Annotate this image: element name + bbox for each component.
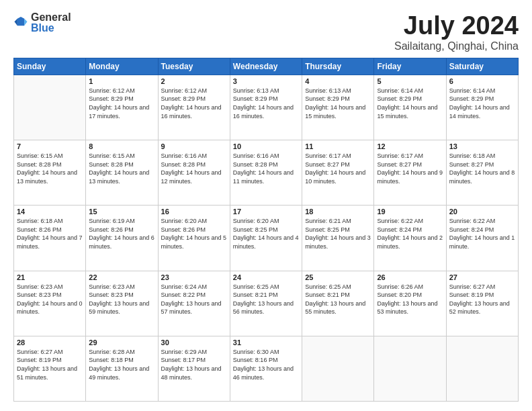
day-info: Sunrise: 6:16 AMSunset: 8:28 PMDaylight:… bbox=[161, 152, 227, 185]
logo-text: General Blue bbox=[31, 12, 71, 34]
day-info: Sunrise: 6:28 AMSunset: 8:18 PMDaylight:… bbox=[89, 348, 154, 381]
logo: General Blue bbox=[13, 12, 71, 34]
table-row: 7Sunrise: 6:15 AMSunset: 8:28 PMDaylight… bbox=[14, 140, 86, 205]
table-row: 4Sunrise: 6:13 AMSunset: 8:29 PMDaylight… bbox=[302, 75, 374, 140]
calendar: Sunday Monday Tuesday Wednesday Thursday… bbox=[13, 58, 519, 402]
day-info: Sunrise: 6:13 AMSunset: 8:29 PMDaylight:… bbox=[233, 87, 299, 120]
col-wednesday: Wednesday bbox=[230, 58, 302, 75]
day-number: 26 bbox=[377, 273, 443, 281]
day-info: Sunrise: 6:22 AMSunset: 8:24 PMDaylight:… bbox=[377, 217, 443, 250]
calendar-week-1: 1Sunrise: 6:12 AMSunset: 8:29 PMDaylight… bbox=[14, 75, 519, 140]
table-row: 3Sunrise: 6:13 AMSunset: 8:29 PMDaylight… bbox=[230, 75, 302, 140]
table-row: 26Sunrise: 6:26 AMSunset: 8:20 PMDayligh… bbox=[374, 271, 446, 336]
header: General Blue July 2024 Sailaitang, Qingh… bbox=[13, 12, 519, 52]
day-number: 10 bbox=[233, 142, 299, 150]
day-info: Sunrise: 6:29 AMSunset: 8:17 PMDaylight:… bbox=[161, 348, 227, 381]
month-title: July 2024 bbox=[394, 12, 519, 40]
day-number: 15 bbox=[89, 208, 154, 216]
day-number: 27 bbox=[449, 273, 515, 281]
day-number: 29 bbox=[89, 338, 154, 347]
weekday-header-row: Sunday Monday Tuesday Wednesday Thursday… bbox=[14, 58, 519, 75]
col-tuesday: Tuesday bbox=[158, 58, 230, 75]
table-row: 1Sunrise: 6:12 AMSunset: 8:29 PMDaylight… bbox=[86, 75, 158, 140]
day-info: Sunrise: 6:17 AMSunset: 8:27 PMDaylight:… bbox=[305, 152, 371, 185]
table-row: 2Sunrise: 6:12 AMSunset: 8:29 PMDaylight… bbox=[158, 75, 230, 140]
day-info: Sunrise: 6:21 AMSunset: 8:25 PMDaylight:… bbox=[305, 217, 371, 250]
day-number: 25 bbox=[305, 273, 371, 281]
table-row: 25Sunrise: 6:25 AMSunset: 8:21 PMDayligh… bbox=[302, 271, 374, 336]
calendar-week-2: 7Sunrise: 6:15 AMSunset: 8:28 PMDaylight… bbox=[14, 140, 519, 205]
day-number: 16 bbox=[161, 208, 227, 216]
day-info: Sunrise: 6:19 AMSunset: 8:26 PMDaylight:… bbox=[89, 217, 154, 250]
day-number: 5 bbox=[377, 77, 443, 85]
day-info: Sunrise: 6:25 AMSunset: 8:21 PMDaylight:… bbox=[233, 283, 299, 316]
day-info: Sunrise: 6:14 AMSunset: 8:29 PMDaylight:… bbox=[449, 87, 515, 120]
day-info: Sunrise: 6:16 AMSunset: 8:28 PMDaylight:… bbox=[233, 152, 299, 185]
day-info: Sunrise: 6:14 AMSunset: 8:29 PMDaylight:… bbox=[377, 87, 443, 120]
day-number: 23 bbox=[161, 273, 227, 281]
day-info: Sunrise: 6:12 AMSunset: 8:29 PMDaylight:… bbox=[89, 87, 154, 120]
day-number: 22 bbox=[89, 273, 154, 281]
logo-blue-text: Blue bbox=[31, 23, 71, 34]
table-row: 19Sunrise: 6:22 AMSunset: 8:24 PMDayligh… bbox=[374, 205, 446, 271]
calendar-week-4: 21Sunrise: 6:23 AMSunset: 8:23 PMDayligh… bbox=[14, 271, 519, 336]
day-number: 20 bbox=[449, 208, 515, 216]
day-info: Sunrise: 6:27 AMSunset: 8:19 PMDaylight:… bbox=[17, 348, 83, 381]
day-info: Sunrise: 6:15 AMSunset: 8:28 PMDaylight:… bbox=[89, 152, 154, 185]
table-row: 10Sunrise: 6:16 AMSunset: 8:28 PMDayligh… bbox=[230, 140, 302, 205]
day-number: 19 bbox=[377, 208, 443, 216]
table-row: 22Sunrise: 6:23 AMSunset: 8:23 PMDayligh… bbox=[86, 271, 158, 336]
logo-icon bbox=[13, 15, 28, 30]
day-info: Sunrise: 6:30 AMSunset: 8:16 PMDaylight:… bbox=[233, 348, 299, 381]
svg-marker-2 bbox=[14, 19, 17, 26]
col-monday: Monday bbox=[86, 58, 158, 75]
day-number: 2 bbox=[161, 77, 227, 85]
table-row: 28Sunrise: 6:27 AMSunset: 8:19 PMDayligh… bbox=[14, 336, 86, 401]
day-number: 12 bbox=[377, 142, 443, 150]
page: General Blue July 2024 Sailaitang, Qingh… bbox=[0, 0, 532, 411]
day-number: 1 bbox=[89, 77, 154, 85]
table-row: 27Sunrise: 6:27 AMSunset: 8:19 PMDayligh… bbox=[446, 271, 518, 336]
table-row bbox=[374, 336, 446, 401]
day-number: 8 bbox=[89, 142, 154, 150]
day-number: 24 bbox=[233, 273, 299, 281]
day-number: 30 bbox=[161, 338, 227, 347]
day-info: Sunrise: 6:23 AMSunset: 8:23 PMDaylight:… bbox=[89, 283, 154, 316]
day-number: 4 bbox=[305, 77, 371, 85]
table-row: 9Sunrise: 6:16 AMSunset: 8:28 PMDaylight… bbox=[158, 140, 230, 205]
day-info: Sunrise: 6:20 AMSunset: 8:26 PMDaylight:… bbox=[161, 217, 227, 250]
day-number: 28 bbox=[17, 338, 83, 347]
calendar-week-3: 14Sunrise: 6:18 AMSunset: 8:26 PMDayligh… bbox=[14, 205, 519, 271]
day-number: 13 bbox=[449, 142, 515, 150]
day-info: Sunrise: 6:26 AMSunset: 8:20 PMDaylight:… bbox=[377, 283, 443, 316]
day-number: 31 bbox=[233, 338, 299, 347]
col-friday: Friday bbox=[374, 58, 446, 75]
day-number: 21 bbox=[17, 273, 83, 281]
day-info: Sunrise: 6:18 AMSunset: 8:27 PMDaylight:… bbox=[449, 152, 515, 185]
logo-general-text: General bbox=[31, 12, 71, 23]
table-row: 11Sunrise: 6:17 AMSunset: 8:27 PMDayligh… bbox=[302, 140, 374, 205]
day-info: Sunrise: 6:18 AMSunset: 8:26 PMDaylight:… bbox=[17, 217, 83, 250]
day-info: Sunrise: 6:25 AMSunset: 8:21 PMDaylight:… bbox=[305, 283, 371, 316]
title-block: July 2024 Sailaitang, Qinghai, China bbox=[394, 12, 519, 52]
svg-marker-0 bbox=[17, 17, 24, 26]
location-title: Sailaitang, Qinghai, China bbox=[394, 40, 519, 52]
col-saturday: Saturday bbox=[446, 58, 518, 75]
day-info: Sunrise: 6:20 AMSunset: 8:25 PMDaylight:… bbox=[233, 217, 299, 250]
table-row: 5Sunrise: 6:14 AMSunset: 8:29 PMDaylight… bbox=[374, 75, 446, 140]
day-number: 6 bbox=[449, 77, 515, 85]
day-info: Sunrise: 6:27 AMSunset: 8:19 PMDaylight:… bbox=[449, 283, 515, 316]
day-info: Sunrise: 6:22 AMSunset: 8:24 PMDaylight:… bbox=[449, 217, 515, 250]
col-sunday: Sunday bbox=[14, 58, 86, 75]
day-info: Sunrise: 6:12 AMSunset: 8:29 PMDaylight:… bbox=[161, 87, 227, 120]
day-number: 7 bbox=[17, 142, 83, 150]
day-info: Sunrise: 6:23 AMSunset: 8:23 PMDaylight:… bbox=[17, 283, 83, 316]
day-number: 18 bbox=[305, 208, 371, 216]
table-row: 29Sunrise: 6:28 AMSunset: 8:18 PMDayligh… bbox=[86, 336, 158, 401]
col-thursday: Thursday bbox=[302, 58, 374, 75]
day-number: 9 bbox=[161, 142, 227, 150]
table-row: 16Sunrise: 6:20 AMSunset: 8:26 PMDayligh… bbox=[158, 205, 230, 271]
day-number: 3 bbox=[233, 77, 299, 85]
table-row bbox=[446, 336, 518, 401]
table-row bbox=[302, 336, 374, 401]
